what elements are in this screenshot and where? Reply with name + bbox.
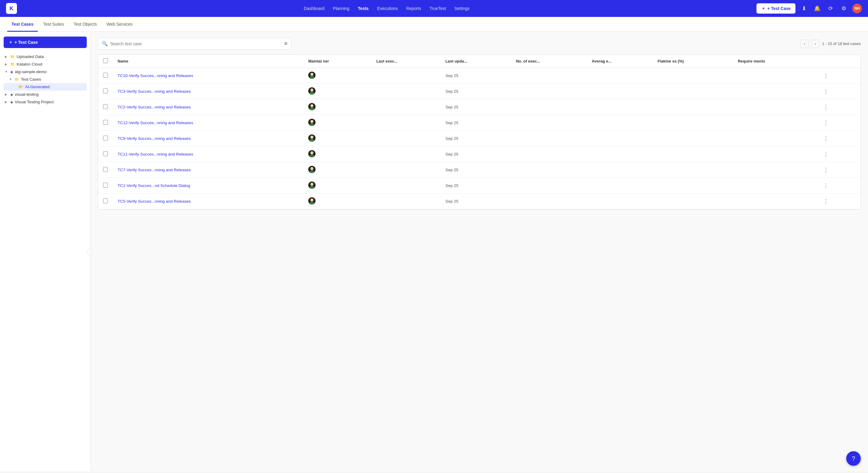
row-last-exec (371, 178, 441, 194)
row-checkbox-cell (98, 84, 113, 99)
tab-test-cases[interactable]: Test Cases (7, 17, 38, 32)
tab-test-objects[interactable]: Test Objects (69, 17, 101, 32)
row-more-button[interactable]: ⋮ (820, 198, 831, 205)
search-input[interactable] (110, 41, 282, 46)
nav-dashboard[interactable]: Dashboard (304, 5, 324, 12)
nav-truetest[interactable]: TrueTest (430, 5, 446, 12)
row-checkbox[interactable] (103, 151, 108, 156)
row-flakiness (653, 84, 733, 99)
history-button[interactable]: ⟳ (826, 4, 835, 13)
row-last-upda: Sep 25 (441, 178, 511, 194)
test-case-link[interactable]: TC3-Verify Succes...nning and Releases (118, 89, 191, 94)
add-test-case-button[interactable]: ＋ + Test Case (756, 3, 796, 13)
notifications-button[interactable]: 🔔 (812, 4, 822, 13)
plus-icon: ＋ (761, 6, 766, 11)
row-name: TC5-Verify Succes...nning and Releases (113, 194, 304, 209)
row-more-button[interactable]: ⋮ (820, 150, 831, 158)
search-input-wrapper[interactable]: 🔍 ≡ (98, 38, 291, 49)
row-last-upda: Sep 25 (441, 131, 511, 146)
sidebar-collapse-button[interactable]: ‹ (87, 248, 91, 255)
row-more-button[interactable]: ⋮ (820, 119, 831, 127)
row-last-upda: Sep 25 (441, 68, 511, 84)
row-checkbox[interactable] (103, 73, 108, 78)
row-flakiness (653, 178, 733, 194)
test-case-link[interactable]: TC5-Verify Succes...nning and Releases (118, 199, 191, 204)
row-requirements (733, 115, 816, 131)
row-last-exec (371, 162, 441, 178)
settings-button[interactable]: ⚙ (839, 4, 849, 13)
tab-test-suites[interactable]: Test Suites (39, 17, 68, 32)
row-more-button[interactable]: ⋮ (820, 103, 831, 111)
row-maintainer (304, 194, 371, 209)
caret-uploaded-data: ▶ (5, 55, 9, 58)
sidebar-item-ai-generated[interactable]: 📂 AI-Generated (4, 83, 87, 91)
nav-executions[interactable]: Executions (377, 5, 398, 12)
row-checkbox[interactable] (103, 136, 108, 140)
search-toolbar: 🔍 ≡ ‹ › 1 - 15 of 18 test cases (98, 38, 861, 49)
row-checkbox[interactable] (103, 167, 108, 172)
row-checkbox[interactable] (103, 120, 108, 125)
row-flakiness (653, 146, 733, 162)
test-case-link[interactable]: TC9-Verify Succes...nning and Releases (118, 136, 191, 141)
row-checkbox-cell (98, 162, 113, 178)
folder-open-icon-ai: 📂 (19, 85, 23, 89)
row-more-button[interactable]: ⋮ (820, 72, 831, 80)
sidebar-item-visual-testing[interactable]: ▶ ◆ visual-testing (4, 91, 87, 98)
row-requirements (733, 84, 816, 99)
row-checkbox[interactable] (103, 104, 108, 109)
user-avatar[interactable]: NH (852, 4, 862, 13)
row-checkbox[interactable] (103, 183, 108, 188)
row-flakiness (653, 162, 733, 178)
test-case-link[interactable]: TC11-Verify Succes...nning and Releases (118, 152, 193, 157)
table-row: TC7-Verify Succes...nning and Releases S… (98, 162, 861, 178)
row-checkbox[interactable] (103, 89, 108, 93)
row-name: TC10-Verify Succes...nning and Releases (113, 68, 304, 84)
row-no-exec (511, 131, 587, 146)
app-logo[interactable]: K (6, 3, 17, 14)
test-case-link[interactable]: TC7-Verify Succes...nning and Releases (118, 168, 191, 172)
sidebar-new-test-case-button[interactable]: ＋ + Test Case (4, 37, 87, 48)
pagination-next-button[interactable]: › (811, 40, 819, 48)
sidebar-item-atg-sample-demo[interactable]: ▼ ◆ atg-sample-demo (4, 68, 87, 75)
tab-web-services[interactable]: Web Services (102, 17, 136, 32)
caret-katalon-cloud: ▶ (5, 63, 9, 66)
row-checkbox[interactable] (103, 198, 108, 203)
sidebar-item-test-cases[interactable]: ▼ 📁 Test Cases (4, 75, 87, 83)
row-more-button[interactable]: ⋮ (820, 88, 831, 96)
row-checkbox-cell (98, 178, 113, 194)
test-case-link[interactable]: TC10-Verify Succes...nning and Releases (118, 73, 193, 78)
nav-tests[interactable]: Tests (358, 5, 369, 12)
row-more-button[interactable]: ⋮ (820, 182, 831, 190)
chat-button[interactable]: ? (846, 451, 861, 466)
row-more-button[interactable]: ⋮ (820, 135, 831, 142)
row-name: TC7-Verify Succes...nning and Releases (113, 162, 304, 178)
test-case-link[interactable]: TC12-Verify Succes...nning and Releases (118, 121, 193, 125)
row-checkbox-cell (98, 131, 113, 146)
select-all-header (98, 55, 113, 68)
row-checkbox-cell (98, 146, 113, 162)
row-last-exec (371, 84, 441, 99)
table-row: TC3-Verify Succes...nning and Releases S… (98, 84, 861, 99)
pagination-prev-button[interactable]: ‹ (800, 40, 809, 48)
nav-reports[interactable]: Reports (406, 5, 421, 12)
table-row: TC10-Verify Succes...nning and Releases … (98, 68, 861, 84)
filter-button[interactable]: ≡ (284, 40, 287, 47)
test-case-link[interactable]: TC1-Verify Succes...nd Schedule Dialog (118, 183, 190, 188)
row-last-exec (371, 99, 441, 115)
nav-settings[interactable]: Settings (454, 5, 470, 12)
row-average (587, 194, 653, 209)
select-all-checkbox[interactable] (103, 58, 108, 63)
row-more-actions: ⋮ (816, 99, 861, 115)
download-button[interactable]: ⬇ (799, 4, 809, 13)
row-more-actions: ⋮ (816, 194, 861, 209)
sidebar-item-uploaded-data[interactable]: ▶ 📁 Uploaded Data (4, 53, 87, 60)
row-no-exec (511, 68, 587, 84)
row-more-button[interactable]: ⋮ (820, 166, 831, 174)
maintainer-avatar (308, 72, 315, 79)
caret-visual-testing-project: ▶ (5, 100, 9, 104)
sidebar-item-visual-testing-project[interactable]: ▶ ◆ Visual Testing Project (4, 98, 87, 106)
test-case-link[interactable]: TC2-Verify Succes...nning and Releases (118, 105, 191, 109)
sidebar-item-katalon-cloud[interactable]: ▶ 📁 Katalon Cloud (4, 60, 87, 68)
row-flakiness (653, 194, 733, 209)
nav-planning[interactable]: Planning (333, 5, 350, 12)
